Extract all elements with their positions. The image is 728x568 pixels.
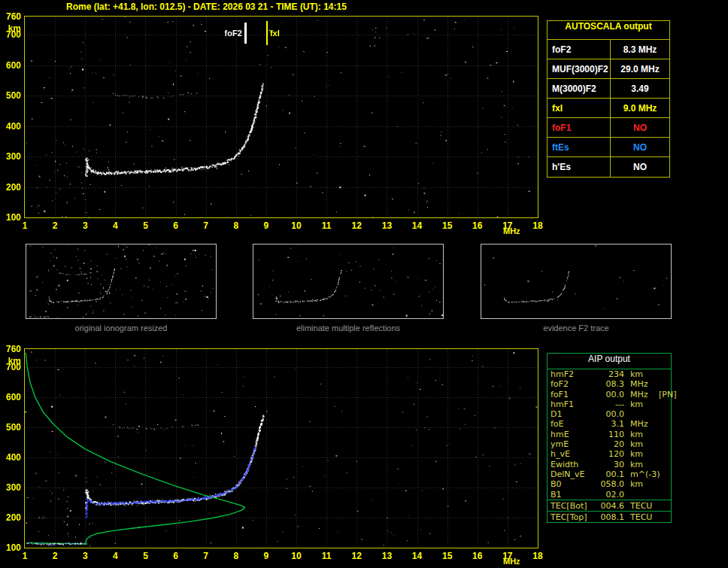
aip-param-label: foE [551,419,594,429]
page-title: Rome (lat: +41.8, lon: 012.5) - DATE: 20… [66,2,347,12]
autoscala-param-label: foF2 [548,40,611,59]
autoscala-table: AUTOSCALA output foF28.3 MHzMUF(3000)F22… [547,20,670,178]
aip-param-note [659,469,668,479]
bottom-x-tick-15: 15 [439,551,456,561]
aip-param-unit: km [624,399,659,409]
thumbnail-canvas-f2 [481,245,671,318]
aip-table-tec-rows: TEC[Bot]004.6TECUTEC[Top]008.1TECU [548,500,671,522]
bottom-y-tick-200: 200 [0,512,21,523]
aip-param-unit: m^(-3) [624,469,659,479]
aip-param-value: 30 [594,460,624,469]
aip-row-hmF2: hmF2234km [548,369,671,379]
autoscala-param-label: ftEs [548,138,611,156]
aip-param-unit: km [624,439,659,449]
aip-param-unit: km [624,369,659,379]
aip-param-value: 234 [594,369,624,379]
aip-param-label: Ewidth [551,460,594,469]
autoscala-row-6: h'EsNO [548,157,669,177]
autoscala-param-label: MUF(3000)F2 [548,59,611,78]
top-y-tick-300: 300 [0,151,21,162]
aip-param-value: 110 [594,430,624,439]
top-y-tick-500: 500 [0,90,21,101]
autoscala-param-label: M(3000)F2 [548,79,611,98]
top-y-tick-600: 600 [0,60,21,71]
top-x-tick-3: 3 [77,220,93,231]
top-x-tick-8: 8 [228,220,244,231]
aip-row-TEC[Bot]: TEC[Bot]004.6TECU [548,500,671,511]
bottom-y-tick-300: 300 [0,482,21,493]
aip-param-note [659,439,668,449]
aip-param-unit: MHz [624,419,659,429]
bottom-x-tick-18: 18 [529,551,546,561]
bottom-x-axis-unit: MHz [503,557,520,566]
ionogram-canvas-bottom [25,349,538,548]
top-x-axis-unit: MHz [503,226,520,235]
thumbnail-canvas-original [26,245,216,318]
aip-param-unit [624,409,659,419]
aip-row-D1: D100.0 [548,409,671,419]
top-y-tick-200: 200 [0,182,21,193]
aip-param-note [659,479,668,489]
thumbnail-eliminate-reflections [253,244,444,319]
aip-param-unit [624,490,659,500]
autoscala-table-rows: foF28.3 MHzMUF(3000)F229.0 MHzM(3000)F23… [548,40,669,177]
autoscala-row-0: foF28.3 MHz [548,40,669,59]
aip-param-unit: km [624,449,659,459]
aip-row-foE: foE3.1MHz [548,419,671,429]
top-x-tick-9: 9 [258,220,275,231]
aip-param-label: foF1 [551,390,594,399]
bottom-x-tick-6: 6 [168,551,184,561]
aip-param-value: --- [594,399,624,409]
bottom-x-tick-11: 11 [318,551,335,561]
aip-param-note [659,490,668,500]
autoscala-param-value: NO [611,142,669,153]
bottom-x-tick-2: 2 [47,551,63,561]
thumbnail-evidence-f2-trace [481,244,672,319]
aip-param-label: TEC[Top] [551,512,594,523]
aip-param-value: 00.0 [594,409,624,419]
aip-param-note [659,449,668,459]
thumbnail-canvas-reflections [253,245,443,318]
autoscala-param-value: 3.49 [611,84,669,94]
aip-param-value: 120 [594,449,624,459]
aip-row-TEC[Top]: TEC[Top]008.1TECU [548,511,671,522]
fof2-marker-label: foF2 [214,29,242,38]
aip-param-value: 08.3 [594,379,624,389]
autoscala-param-value: 8.3 MHz [611,44,669,55]
aip-row-h_vE: h_vE120km [548,449,671,459]
autoscala-param-value: 9.0 MHz [611,103,669,114]
aip-row-B1: B102.0 [548,490,671,500]
autoscala-row-1: MUF(3000)F229.0 MHz [548,59,669,79]
aip-param-label: foF2 [551,379,594,389]
aip-row-hmE: hmE110km [548,430,671,439]
bottom-x-tick-5: 5 [137,551,153,561]
aip-row-foF1: foF100.0MHz[PN] [548,390,671,399]
aip-param-note: [PN] [659,390,676,399]
aip-table-title: AIP output [548,354,671,369]
fxi-marker-label: fxI [270,29,280,38]
bottom-y-tick-500: 500 [0,422,21,433]
autoscala-window: Rome (lat: +41.8, lon: 012.5) - DATE: 20… [0,0,728,568]
aip-row-B0: B0058.0km [548,479,671,489]
aip-row-Ewidth: Ewidth30km [548,460,671,469]
top-x-tick-16: 16 [469,220,486,231]
aip-param-note [659,369,668,379]
aip-param-label: ymE [551,439,594,449]
aip-param-value: 004.6 [594,500,624,512]
bottom-y-axis-unit: km [0,356,21,366]
aip-param-label: hmE [551,430,594,439]
bottom-x-tick-10: 10 [288,551,305,561]
bottom-x-tick-16: 16 [469,551,486,561]
autoscala-table-title: AUTOSCALA output [548,21,669,40]
autoscala-row-4: foF1NO [548,118,669,138]
bottom-x-tick-4: 4 [107,551,123,561]
aip-param-note [659,379,668,389]
autoscala-param-value: NO [611,123,669,133]
ionogram-plot-bottom [24,348,538,548]
top-y-tick-400: 400 [0,121,21,132]
top-x-tick-18: 18 [529,220,546,231]
aip-param-label: TEC[Bot] [551,500,594,512]
bottom-x-tick-3: 3 [77,551,93,561]
aip-param-note [659,419,668,429]
bottom-x-tick-13: 13 [378,551,395,561]
